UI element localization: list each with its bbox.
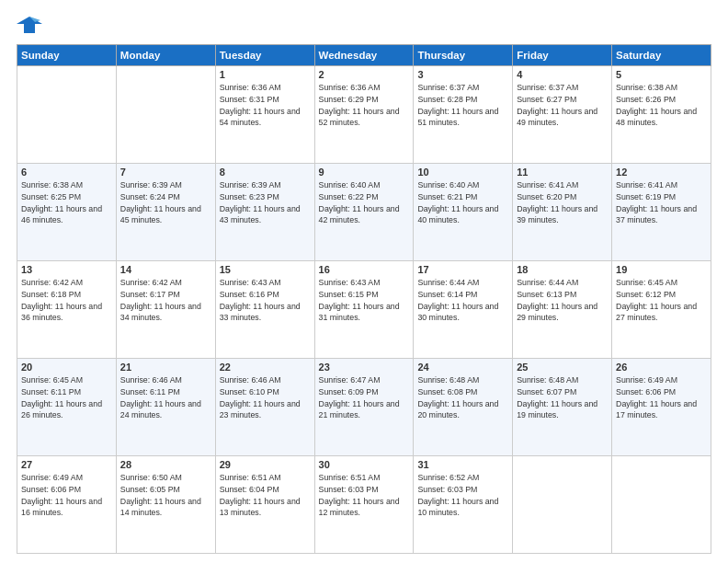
day-number: 1	[220, 69, 311, 80]
calendar-cell: 9Sunrise: 6:40 AM Sunset: 6:22 PM Daylig…	[314, 164, 414, 261]
calendar-cell	[612, 456, 711, 554]
day-detail: Sunrise: 6:40 AM Sunset: 6:22 PM Dayligh…	[319, 179, 410, 226]
calendar-header-friday: Friday	[513, 45, 612, 66]
calendar-cell: 10Sunrise: 6:40 AM Sunset: 6:21 PM Dayli…	[414, 164, 513, 261]
day-number: 19	[616, 264, 707, 275]
calendar-cell: 24Sunrise: 6:48 AM Sunset: 6:08 PM Dayli…	[414, 359, 513, 456]
day-detail: Sunrise: 6:42 AM Sunset: 6:17 PM Dayligh…	[120, 277, 211, 324]
day-number: 16	[319, 264, 410, 275]
calendar-cell: 25Sunrise: 6:48 AM Sunset: 6:07 PM Dayli…	[513, 359, 612, 456]
calendar-cell: 3Sunrise: 6:37 AM Sunset: 6:28 PM Daylig…	[414, 66, 513, 164]
day-number: 14	[120, 264, 211, 275]
calendar-header-monday: Monday	[116, 45, 215, 66]
day-number: 23	[319, 362, 410, 373]
day-detail: Sunrise: 6:40 AM Sunset: 6:21 PM Dayligh…	[417, 179, 508, 226]
day-number: 30	[319, 459, 410, 470]
calendar-cell	[513, 456, 612, 554]
day-detail: Sunrise: 6:42 AM Sunset: 6:18 PM Dayligh…	[21, 277, 112, 324]
calendar-cell: 8Sunrise: 6:39 AM Sunset: 6:23 PM Daylig…	[215, 164, 314, 261]
calendar-week-row: 13Sunrise: 6:42 AM Sunset: 6:18 PM Dayli…	[17, 261, 711, 359]
calendar-header-tuesday: Tuesday	[215, 45, 314, 66]
day-number: 7	[120, 167, 211, 178]
day-number: 2	[319, 69, 410, 80]
calendar-cell: 18Sunrise: 6:44 AM Sunset: 6:13 PM Dayli…	[513, 261, 612, 359]
calendar-header-saturday: Saturday	[612, 45, 711, 66]
day-detail: Sunrise: 6:48 AM Sunset: 6:08 PM Dayligh…	[417, 374, 508, 421]
day-number: 9	[319, 167, 410, 178]
calendar-cell: 6Sunrise: 6:38 AM Sunset: 6:25 PM Daylig…	[17, 164, 117, 261]
calendar-cell: 28Sunrise: 6:50 AM Sunset: 6:05 PM Dayli…	[116, 456, 215, 554]
day-detail: Sunrise: 6:37 AM Sunset: 6:27 PM Dayligh…	[517, 82, 608, 129]
calendar-cell: 29Sunrise: 6:51 AM Sunset: 6:04 PM Dayli…	[215, 456, 314, 554]
logo-icon	[17, 15, 42, 35]
calendar-cell: 16Sunrise: 6:43 AM Sunset: 6:15 PM Dayli…	[314, 261, 414, 359]
day-detail: Sunrise: 6:46 AM Sunset: 6:11 PM Dayligh…	[120, 374, 211, 421]
day-number: 26	[616, 362, 707, 373]
calendar-cell: 2Sunrise: 6:36 AM Sunset: 6:29 PM Daylig…	[314, 66, 414, 164]
day-detail: Sunrise: 6:46 AM Sunset: 6:10 PM Dayligh…	[220, 374, 311, 421]
calendar-week-row: 20Sunrise: 6:45 AM Sunset: 6:11 PM Dayli…	[17, 359, 711, 456]
day-number: 6	[21, 167, 112, 178]
day-number: 17	[417, 264, 508, 275]
day-detail: Sunrise: 6:38 AM Sunset: 6:25 PM Dayligh…	[21, 179, 112, 226]
day-detail: Sunrise: 6:51 AM Sunset: 6:03 PM Dayligh…	[319, 472, 410, 519]
day-detail: Sunrise: 6:39 AM Sunset: 6:24 PM Dayligh…	[120, 179, 211, 226]
calendar-cell	[17, 66, 117, 164]
day-number: 15	[220, 264, 311, 275]
calendar-cell: 7Sunrise: 6:39 AM Sunset: 6:24 PM Daylig…	[116, 164, 215, 261]
day-detail: Sunrise: 6:36 AM Sunset: 6:29 PM Dayligh…	[319, 82, 410, 129]
calendar-cell: 12Sunrise: 6:41 AM Sunset: 6:19 PM Dayli…	[612, 164, 711, 261]
calendar-week-row: 27Sunrise: 6:49 AM Sunset: 6:06 PM Dayli…	[17, 456, 711, 554]
day-number: 20	[21, 362, 112, 373]
day-number: 25	[517, 362, 608, 373]
day-detail: Sunrise: 6:43 AM Sunset: 6:15 PM Dayligh…	[319, 277, 410, 324]
calendar-cell: 14Sunrise: 6:42 AM Sunset: 6:17 PM Dayli…	[116, 261, 215, 359]
day-detail: Sunrise: 6:41 AM Sunset: 6:20 PM Dayligh…	[517, 179, 608, 226]
day-detail: Sunrise: 6:50 AM Sunset: 6:05 PM Dayligh…	[120, 472, 211, 519]
day-number: 22	[220, 362, 311, 373]
calendar-cell	[116, 66, 215, 164]
day-detail: Sunrise: 6:51 AM Sunset: 6:04 PM Dayligh…	[220, 472, 311, 519]
day-detail: Sunrise: 6:44 AM Sunset: 6:14 PM Dayligh…	[417, 277, 508, 324]
day-number: 4	[517, 69, 608, 80]
calendar-cell: 15Sunrise: 6:43 AM Sunset: 6:16 PM Dayli…	[215, 261, 314, 359]
day-detail: Sunrise: 6:36 AM Sunset: 6:31 PM Dayligh…	[220, 82, 311, 129]
calendar-cell: 1Sunrise: 6:36 AM Sunset: 6:31 PM Daylig…	[215, 66, 314, 164]
calendar-week-row: 1Sunrise: 6:36 AM Sunset: 6:31 PM Daylig…	[17, 66, 711, 164]
day-number: 18	[517, 264, 608, 275]
header	[17, 15, 711, 35]
day-number: 29	[220, 459, 311, 470]
calendar-cell: 5Sunrise: 6:38 AM Sunset: 6:26 PM Daylig…	[612, 66, 711, 164]
svg-marker-0	[17, 17, 42, 33]
day-number: 3	[417, 69, 508, 80]
day-number: 5	[616, 69, 707, 80]
calendar-cell: 19Sunrise: 6:45 AM Sunset: 6:12 PM Dayli…	[612, 261, 711, 359]
day-number: 10	[417, 167, 508, 178]
day-detail: Sunrise: 6:49 AM Sunset: 6:06 PM Dayligh…	[616, 374, 707, 421]
day-number: 21	[120, 362, 211, 373]
day-detail: Sunrise: 6:48 AM Sunset: 6:07 PM Dayligh…	[517, 374, 608, 421]
logo	[17, 15, 46, 35]
calendar-cell: 31Sunrise: 6:52 AM Sunset: 6:03 PM Dayli…	[414, 456, 513, 554]
calendar-cell: 23Sunrise: 6:47 AM Sunset: 6:09 PM Dayli…	[314, 359, 414, 456]
calendar-header-sunday: Sunday	[17, 45, 117, 66]
day-detail: Sunrise: 6:39 AM Sunset: 6:23 PM Dayligh…	[220, 179, 311, 226]
calendar-cell: 27Sunrise: 6:49 AM Sunset: 6:06 PM Dayli…	[17, 456, 117, 554]
day-number: 31	[417, 459, 508, 470]
day-number: 27	[21, 459, 112, 470]
calendar-cell: 17Sunrise: 6:44 AM Sunset: 6:14 PM Dayli…	[414, 261, 513, 359]
day-detail: Sunrise: 6:47 AM Sunset: 6:09 PM Dayligh…	[319, 374, 410, 421]
day-detail: Sunrise: 6:44 AM Sunset: 6:13 PM Dayligh…	[517, 277, 608, 324]
calendar-cell: 20Sunrise: 6:45 AM Sunset: 6:11 PM Dayli…	[17, 359, 117, 456]
calendar-header-row: SundayMondayTuesdayWednesdayThursdayFrid…	[17, 45, 711, 66]
calendar-cell: 4Sunrise: 6:37 AM Sunset: 6:27 PM Daylig…	[513, 66, 612, 164]
day-detail: Sunrise: 6:49 AM Sunset: 6:06 PM Dayligh…	[21, 472, 112, 519]
day-number: 24	[417, 362, 508, 373]
calendar-header-thursday: Thursday	[414, 45, 513, 66]
day-detail: Sunrise: 6:41 AM Sunset: 6:19 PM Dayligh…	[616, 179, 707, 226]
day-detail: Sunrise: 6:38 AM Sunset: 6:26 PM Dayligh…	[616, 82, 707, 129]
day-detail: Sunrise: 6:45 AM Sunset: 6:11 PM Dayligh…	[21, 374, 112, 421]
day-number: 11	[517, 167, 608, 178]
calendar-cell: 30Sunrise: 6:51 AM Sunset: 6:03 PM Dayli…	[314, 456, 414, 554]
calendar-cell: 22Sunrise: 6:46 AM Sunset: 6:10 PM Dayli…	[215, 359, 314, 456]
